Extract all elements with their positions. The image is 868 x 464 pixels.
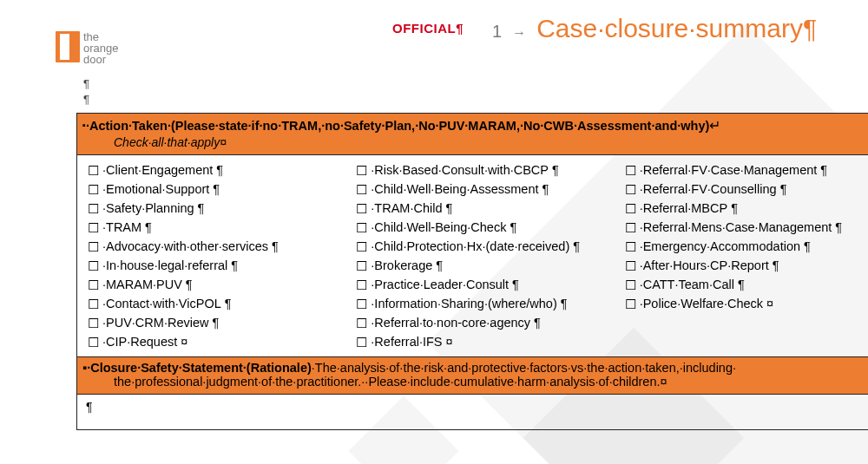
checkbox-icon: ☐ — [356, 202, 367, 215]
section-action-title: ·Action·Taken·(Please·state·if·no·TRAM,·… — [86, 119, 709, 133]
checkbox-icon: ☐ — [356, 164, 367, 177]
checkbox-item[interactable]: ☐·Referral·MBCP¶ — [625, 199, 868, 218]
pilcrow-icon: ¶ — [436, 256, 443, 275]
checkbox-item[interactable]: ☐·Advocacy·with·other·services¶ — [88, 237, 339, 256]
checkbox-label: ·Child·Well·Being·Assessment — [371, 180, 538, 199]
pilcrow-icon: ¶ — [231, 256, 238, 275]
checkbox-item[interactable]: ☐·Referral·IFS¤ — [356, 332, 607, 351]
checkbox-item[interactable]: ☐·In·house·legal·referral¶ — [88, 256, 339, 275]
checkbox-label: ·TRAM·Child — [371, 199, 442, 218]
checkbox-label: ·Child·Well-Being·Check — [371, 218, 506, 237]
checkbox-label: ·Contact·with·VicPOL — [102, 294, 221, 313]
pilcrow-icon: ¶ — [86, 400, 93, 414]
checkbox-item[interactable]: ☐·Emotional·Support¶ — [88, 180, 339, 199]
pilcrow-icon: ¶ — [512, 275, 519, 294]
checkbox-icon: ☐ — [88, 202, 99, 215]
checkbox-item[interactable]: ☐·Child·Protection·Hx·(date·received)¶ — [356, 237, 607, 256]
checkbox-icon: ☐ — [625, 164, 636, 177]
checkbox-icon: ☐ — [625, 202, 636, 215]
logo: the orange door — [56, 31, 118, 65]
pilcrow-icon: ¶ — [780, 180, 787, 199]
checkbox-icon: ☐ — [625, 259, 636, 272]
pilcrow-icon: ¶ — [731, 199, 738, 218]
pilcrow-icon: ¶ — [225, 294, 232, 313]
checkbox-label: ·Police·Welfare·Check — [640, 294, 763, 313]
checkbox-item[interactable]: ☐·Contact·with·VicPOL¶ — [88, 294, 339, 313]
checkbox-item[interactable]: ☐·Risk·Based·Consult·with·CBCP¶ — [356, 160, 607, 180]
newline-arrow-icon: ↵ — [709, 118, 720, 133]
header-right: 1 → Case·closure·summary¶ — [492, 14, 817, 43]
checkbox-item[interactable]: ☐·MARAM·PUV¶ — [88, 275, 339, 294]
checkbox-item[interactable]: ☐·Brokerage¶ — [356, 256, 607, 275]
section-closure-header: ▪·Closure·Safety·Statement·(Rationale)·T… — [77, 357, 868, 395]
checkbox-item[interactable]: ☐·Practice·Leader·Consult¶ — [356, 275, 607, 294]
checkbox-icon: ☐ — [88, 164, 99, 177]
logo-text: the orange door — [83, 31, 118, 65]
checkbox-icon: ☐ — [356, 221, 367, 234]
page-number: 1 — [492, 22, 502, 42]
pilcrow-icon: ¶ — [573, 237, 580, 256]
checkbox-item[interactable]: ☐·Child·Well-Being·Check¶ — [356, 218, 607, 237]
checkbox-item[interactable]: ☐·TRAM·Child¶ — [356, 199, 607, 218]
end-cell-icon: ¤ — [660, 375, 667, 389]
pilcrow-icon: ¶ — [534, 313, 541, 332]
logo-mark-icon — [56, 31, 80, 62]
pilcrow-icon: ¶ — [804, 237, 811, 256]
checkbox-item[interactable]: ☐·PUV·CRM·Review¶ — [88, 313, 339, 332]
pilcrow-icon: ¶ — [542, 180, 549, 199]
end-cell-icon: ¤ — [181, 332, 187, 351]
checkbox-icon: ☐ — [356, 317, 367, 330]
page-title-text: Case·closure·summary — [536, 14, 803, 42]
checkbox-item[interactable]: ☐·TRAM¶ — [88, 218, 339, 237]
checkbox-icon: ☐ — [88, 221, 99, 234]
form-table: ▪·Action·Taken·(Please·state·if·no·TRAM,… — [76, 113, 868, 430]
checkbox-item[interactable]: ☐·Referral·FV·Case·Management¶ — [625, 160, 868, 180]
pilcrow-icon: ¶ — [186, 275, 193, 294]
checkbox-item[interactable]: ☐·Police·Welfare·Check¤ — [625, 294, 868, 313]
checkbox-label: ·Referral·IFS — [371, 332, 442, 351]
checkbox-label: ·Referral·MBCP — [640, 199, 728, 218]
checkbox-item[interactable]: ☐·CIP·Request¤ — [88, 332, 339, 351]
checkbox-label: ·PUV·CRM·Review — [102, 313, 208, 332]
checkbox-label: ·TRAM — [102, 218, 141, 237]
pilcrow-icon: ¶ — [213, 180, 220, 199]
checkbox-item[interactable]: ☐·Referral·to·non-core·agency¶ — [356, 313, 607, 332]
checkbox-label: ·Referral·Mens·Case·Management — [640, 218, 832, 237]
checkbox-label: ·Referral·FV·Case·Management — [640, 160, 818, 180]
pilcrow-icon: ¶ — [83, 77, 89, 90]
checkbox-icon: ☐ — [88, 259, 99, 272]
checkbox-icon: ☐ — [625, 278, 636, 291]
checkbox-item[interactable]: ☐·Client·Engagement¶ — [88, 160, 339, 180]
end-cell-icon: ¤ — [766, 294, 773, 313]
checkbox-item[interactable]: ☐·After·Hours·CP·Report¶ — [625, 256, 868, 275]
checkbox-icon: ☐ — [625, 221, 636, 234]
checkbox-item[interactable]: ☐·Referral·Mens·Case·Management¶ — [625, 218, 868, 237]
checkbox-label: ·Emergency·Accommodation — [640, 237, 800, 256]
checkbox-label: ·Brokerage — [371, 256, 432, 275]
checkbox-col-1: ☐·Client·Engagement¶ ☐·Emotional·Support… — [77, 155, 345, 356]
closure-input-row[interactable]: ¶ — [77, 395, 868, 429]
checkbox-label: ·CATT·Team·Call — [640, 275, 734, 294]
checkbox-item[interactable]: ☐·Safety·Planning¶ — [88, 199, 339, 218]
checkbox-grid: ☐·Client·Engagement¶ ☐·Emotional·Support… — [77, 155, 868, 357]
checkbox-item[interactable]: ☐·Emergency·Accommodation¶ — [625, 237, 868, 256]
pilcrow-icon: ¶ — [456, 21, 464, 36]
checkbox-label: ·In·house·legal·referral — [102, 256, 227, 275]
checkbox-item[interactable]: ☐·Referral·FV·Counselling¶ — [625, 180, 868, 199]
checkbox-item[interactable]: ☐·CATT·Team·Call¶ — [625, 275, 868, 294]
page-title: Case·closure·summary¶ — [536, 14, 817, 43]
tab-arrow-icon: → — [512, 25, 526, 41]
checkbox-icon: ☐ — [88, 183, 99, 196]
section-closure-body1: ·The·analysis·of·the·risk·and·protective… — [312, 361, 736, 375]
checkbox-icon: ☐ — [88, 297, 99, 310]
checkbox-item[interactable]: ☐·Information·Sharing·(where/who)¶ — [356, 294, 607, 313]
pilcrow-icon: ¶ — [552, 160, 559, 180]
section-action-subtitle-text: Check·all·that·apply — [114, 135, 220, 149]
checkbox-icon: ☐ — [356, 278, 367, 291]
checkbox-label: ·CIP·Request — [102, 332, 177, 351]
checkbox-label: ·Risk·Based·Consult·with·CBCP — [371, 160, 549, 180]
pilcrow-icon: ¶ — [561, 294, 568, 313]
logo-line3: door — [83, 53, 106, 66]
pilcrow-icon: ¶ — [83, 93, 89, 106]
checkbox-item[interactable]: ☐·Child·Well·Being·Assessment¶ — [356, 180, 607, 199]
